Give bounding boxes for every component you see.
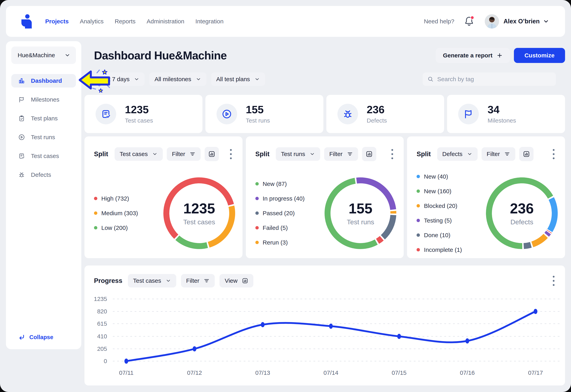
data-point-07/15[interactable]: [397, 334, 401, 339]
doc-check-icon: [96, 104, 116, 124]
collapse-sidebar-button[interactable]: Collapse: [18, 334, 53, 340]
y-axis-label: 615: [97, 320, 107, 327]
legend-dot: [417, 175, 420, 178]
donut-chart: 1235 Test cases: [162, 176, 237, 251]
split-dataset-select[interactable]: Test runs: [276, 147, 320, 161]
chart-type-button[interactable]: [519, 147, 534, 161]
legend-dot: [94, 226, 97, 229]
sidebar-item-test-runs[interactable]: Test runs: [11, 130, 76, 144]
test-plans-select[interactable]: All test plans: [211, 72, 265, 86]
legend-item[interactable]: Testing (5): [417, 217, 472, 224]
search-by-tag: [423, 72, 556, 86]
kebab-menu[interactable]: [388, 148, 396, 160]
page-title: Dashboard Hue&Machine: [94, 49, 227, 62]
app-logo-icon: [20, 14, 33, 28]
avatar[interactable]: [485, 14, 499, 28]
data-point-07/14[interactable]: [329, 323, 333, 329]
legend-item[interactable]: New (40): [417, 173, 472, 180]
legend-dot: [255, 182, 259, 185]
filter-button[interactable]: Filter: [481, 147, 515, 161]
legend-dot: [255, 197, 259, 200]
sidebar-item-label: Test plans: [31, 115, 58, 122]
legend-item[interactable]: In progress (40): [255, 195, 311, 202]
nav-item-analytics[interactable]: Analytics: [80, 18, 104, 25]
data-point-07/17[interactable]: [534, 309, 538, 314]
legend-item[interactable]: Low (200): [94, 224, 150, 231]
main-nav: Projects Analytics Reports Administratio…: [45, 18, 224, 25]
donut-chart: 236 Defects: [484, 176, 559, 251]
data-point-07/16[interactable]: [466, 338, 469, 344]
nav-item-integration[interactable]: Integration: [195, 18, 224, 25]
legend-dot: [417, 248, 420, 252]
data-point-07/13[interactable]: [261, 322, 265, 327]
dataset-value: Defects: [442, 151, 463, 157]
legend-item[interactable]: High (732): [94, 195, 150, 202]
chart-type-button[interactable]: [205, 147, 219, 161]
user-name[interactable]: Alex O’brien: [503, 18, 540, 25]
legend-item[interactable]: Failed (5): [255, 224, 311, 231]
x-axis-label: 07/17: [528, 369, 543, 376]
filter-button[interactable]: Filter: [324, 147, 358, 161]
donut-caption: Test runs: [347, 218, 374, 226]
bar-chart-icon: [208, 151, 215, 158]
nav-item-projects[interactable]: Projects: [45, 18, 69, 25]
nav-item-administration[interactable]: Administration: [147, 18, 184, 25]
filter-label: Filter: [487, 151, 500, 157]
legend-item[interactable]: Rerun (3): [255, 239, 311, 246]
filter-label: Filter: [172, 151, 185, 157]
nav-item-reports[interactable]: Reports: [115, 18, 135, 25]
chevron-down-icon: [64, 52, 70, 58]
panel-body: New (40)New (160)Blocked (20)Testing (5)…: [407, 168, 565, 258]
x-axis-label: 07/16: [460, 369, 475, 376]
legend-item[interactable]: Done (10): [417, 232, 472, 238]
chart-type-button[interactable]: [362, 147, 376, 161]
data-point-07/12[interactable]: [193, 346, 196, 351]
kebab-menu[interactable]: [549, 148, 558, 160]
legend-item[interactable]: Passed (20): [255, 210, 311, 217]
legend-dot: [94, 211, 97, 215]
sidebar-item-dashboard[interactable]: Dashboard: [11, 74, 76, 87]
split-label: Split: [255, 150, 270, 158]
legend-item[interactable]: Incomplete (1): [417, 247, 472, 253]
date-range-select[interactable]: Last 7 days: [94, 72, 145, 86]
legend-item[interactable]: New (87): [255, 181, 311, 187]
x-axis-label: 07/11: [119, 369, 134, 376]
generate-report-button[interactable]: Generate a report: [436, 48, 510, 63]
chevron-down-icon: [467, 151, 472, 157]
project-selector[interactable]: Hue&Machine: [11, 46, 76, 64]
donut-center: 236 Defects: [484, 176, 559, 251]
legend-label: Testing (5): [424, 217, 452, 224]
sidebar-item-defects[interactable]: Defects: [11, 168, 76, 182]
filter-lines-icon: [347, 151, 353, 157]
legend-dot: [417, 204, 420, 208]
split-panel-test-cases: Split Test cases Filter: [84, 136, 242, 258]
need-help-link[interactable]: Need help?: [424, 18, 454, 25]
stat-value: 155: [246, 104, 270, 115]
chevron-down-icon[interactable]: [543, 18, 549, 25]
legend-label: Failed (5): [263, 224, 288, 231]
y-axis-label: 205: [97, 346, 107, 352]
legend-item[interactable]: Medium (303): [94, 210, 150, 217]
sidebar-item-test-plans[interactable]: Test plans: [11, 112, 76, 125]
progress-line-chart: 0205410615820123507/1107/1207/1307/1407/…: [84, 266, 565, 385]
data-point-07/11[interactable]: [124, 359, 128, 364]
legend-label: Rerun (3): [263, 239, 288, 246]
legend-item[interactable]: Blocked (20): [417, 203, 472, 209]
sidebar-item-milestones[interactable]: Milestones: [11, 93, 76, 106]
split-dataset-select[interactable]: Test cases: [115, 147, 163, 161]
split-panel-defects: Split Defects Filter: [407, 136, 565, 258]
sidebar-item-test-cases[interactable]: Test cases: [11, 149, 76, 163]
notifications-button[interactable]: [465, 16, 474, 26]
main-content: Dashboard Hue&Machine Generate a report …: [84, 41, 565, 385]
legend-dot: [417, 233, 420, 237]
search-input[interactable]: [437, 76, 551, 83]
donut-caption: Defects: [510, 218, 533, 226]
customize-button[interactable]: Customize: [514, 48, 565, 63]
legend-item[interactable]: New (160): [417, 188, 472, 195]
milestones-select[interactable]: All milestones: [149, 72, 206, 86]
stat-card-milestones: 34 Milestones: [447, 95, 565, 133]
stat-card-test-runs: 155 Test runs: [205, 95, 323, 133]
filter-button[interactable]: Filter: [167, 147, 201, 161]
split-dataset-select[interactable]: Defects: [437, 147, 478, 161]
kebab-menu[interactable]: [227, 148, 235, 160]
